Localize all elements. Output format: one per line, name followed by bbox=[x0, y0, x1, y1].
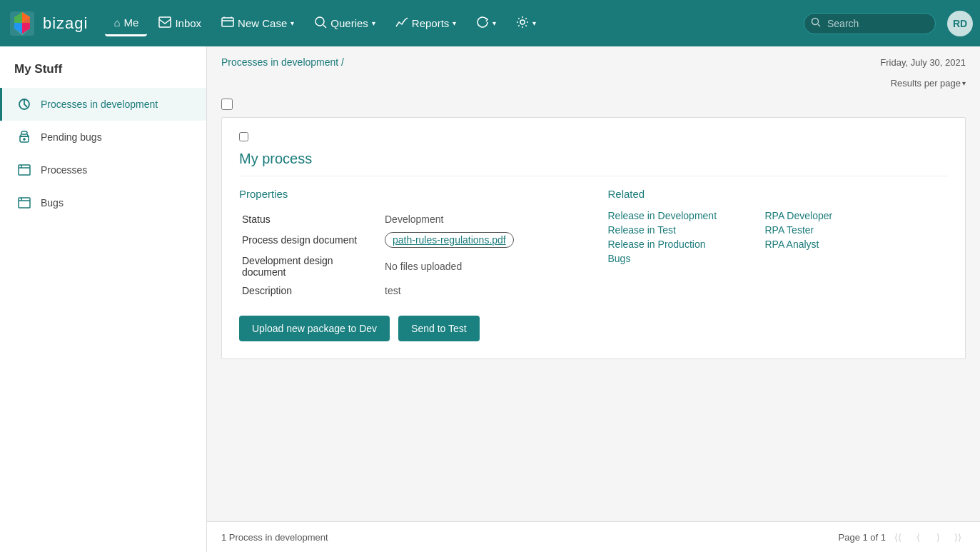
sidebar-item-pending-bugs[interactable]: Pending bugs bbox=[0, 121, 206, 154]
nav-new-case[interactable]: New Case ▾ bbox=[213, 11, 303, 36]
home-icon: ⌂ bbox=[113, 16, 120, 29]
bugs-icon bbox=[16, 195, 32, 211]
brand-name: bizagi bbox=[43, 14, 88, 33]
release-in-development-link[interactable]: Release in Development bbox=[608, 210, 722, 221]
prev-page-button[interactable]: ⟨ bbox=[910, 529, 926, 545]
upload-package-button[interactable]: Upload new package to Dev bbox=[239, 316, 390, 341]
card-checkbox-row bbox=[239, 132, 948, 144]
nav-inbox-label: Inbox bbox=[175, 17, 201, 29]
related-row-2: Release in Production RPA Analyst bbox=[608, 239, 949, 250]
release-in-production-link[interactable]: Release in Production bbox=[608, 239, 722, 250]
content-area: Processes in development / Friday, July … bbox=[207, 46, 980, 521]
prop-row-dev-design: Development design document No files upl… bbox=[239, 251, 580, 281]
prop-value-process-design: path-rules-regulations.pdf bbox=[382, 229, 580, 251]
refresh-caret-icon: ▾ bbox=[492, 19, 496, 27]
svg-rect-28 bbox=[19, 198, 30, 208]
rpa-tester-link[interactable]: RPA Tester bbox=[765, 224, 879, 236]
settings-caret-icon: ▾ bbox=[532, 19, 536, 27]
release-in-test-link[interactable]: Release in Test bbox=[608, 224, 722, 236]
nav-reports[interactable]: Reports ▾ bbox=[387, 11, 465, 36]
pending-bugs-icon bbox=[16, 129, 32, 145]
send-to-test-button[interactable]: Send to Test bbox=[398, 316, 480, 341]
prop-row-status: Status Development bbox=[239, 210, 580, 229]
prop-key-dev-design: Development design document bbox=[239, 251, 382, 281]
process-count: 1 Process in development bbox=[221, 532, 328, 543]
reports-icon bbox=[395, 16, 408, 30]
nav-search-area: RD bbox=[804, 11, 973, 36]
prop-value-dev-design: No files uploaded bbox=[382, 251, 580, 281]
svg-rect-21 bbox=[21, 131, 27, 134]
file-link[interactable]: path-rules-regulations.pdf bbox=[385, 232, 514, 248]
process-title: My process bbox=[239, 151, 948, 176]
svg-line-16 bbox=[323, 25, 326, 28]
properties-section: Properties Status Development Process de… bbox=[239, 188, 580, 341]
breadcrumb[interactable]: Processes in development / bbox=[221, 56, 344, 68]
sidebar-item-bugs[interactable]: Bugs bbox=[0, 186, 206, 219]
first-page-button[interactable]: ⟨⟨ bbox=[890, 529, 906, 545]
sidebar-item-label: Bugs bbox=[41, 197, 64, 209]
prop-row-process-design: Process design document path-rules-regul… bbox=[239, 229, 580, 251]
settings-icon bbox=[516, 16, 529, 31]
breadcrumb-row: Processes in development / Friday, July … bbox=[221, 56, 966, 68]
nav-me[interactable]: ⌂ Me bbox=[105, 11, 147, 36]
sidebar-item-processes-in-development[interactable]: Processes in development bbox=[0, 88, 206, 121]
prop-value-status: Development bbox=[382, 210, 580, 229]
date-display: Friday, July 30, 2021 bbox=[880, 57, 966, 68]
processes-icon bbox=[16, 162, 32, 178]
search-input[interactable] bbox=[804, 13, 936, 34]
card-actions: Upload new package to Dev Send to Test bbox=[239, 316, 580, 341]
card-body: Properties Status Development Process de… bbox=[239, 188, 948, 341]
nav-me-label: Me bbox=[124, 16, 139, 29]
refresh-icon bbox=[476, 16, 489, 31]
prop-value-description: test bbox=[382, 281, 580, 300]
nav-refresh[interactable]: ▾ bbox=[468, 10, 505, 36]
sidebar-item-label: Pending bugs bbox=[41, 131, 102, 143]
sidebar-item-processes[interactable]: Processes bbox=[0, 154, 206, 186]
pagination-text: Page 1 of 1 bbox=[839, 532, 886, 543]
new-case-caret-icon: ▾ bbox=[291, 19, 294, 27]
nav-inbox[interactable]: Inbox bbox=[150, 11, 210, 36]
sidebar-item-label: Processes bbox=[41, 164, 87, 176]
logo-area[interactable]: bizagi bbox=[7, 9, 88, 39]
nav-queries-label: Queries bbox=[330, 17, 368, 29]
main-layout: My Stuff Processes in development Pendin… bbox=[0, 46, 980, 552]
svg-rect-11 bbox=[222, 18, 233, 26]
queries-icon bbox=[314, 16, 327, 31]
bizagi-logo-icon bbox=[7, 9, 37, 39]
svg-rect-25 bbox=[19, 165, 30, 175]
results-per-page-control[interactable]: Results per page ▾ bbox=[891, 78, 966, 89]
related-heading: Related bbox=[608, 188, 949, 200]
sidebar-item-label: Processes in development bbox=[41, 99, 158, 110]
card-checkbox[interactable] bbox=[239, 132, 248, 141]
prop-row-description: Description test bbox=[239, 281, 580, 300]
svg-rect-10 bbox=[159, 17, 171, 27]
process-card: My process Properties Status Development bbox=[221, 117, 966, 359]
svg-point-17 bbox=[520, 20, 525, 24]
avatar[interactable]: RD bbox=[947, 11, 973, 36]
nav-reports-label: Reports bbox=[412, 17, 450, 29]
top-navigation: bizagi ⌂ Me Inbox New Case ▾ Queries ▾ R… bbox=[0, 0, 980, 46]
nav-settings[interactable]: ▾ bbox=[507, 10, 545, 36]
results-per-page-row: Results per page ▾ bbox=[221, 78, 966, 89]
nav-queries[interactable]: Queries ▾ bbox=[305, 10, 384, 36]
sidebar: My Stuff Processes in development Pendin… bbox=[0, 46, 207, 552]
processes-in-development-icon bbox=[16, 96, 32, 112]
last-page-button[interactable]: ⟩⟩ bbox=[950, 529, 966, 545]
select-all-checkbox[interactable] bbox=[221, 99, 233, 110]
queries-caret-icon: ▾ bbox=[372, 19, 375, 27]
bugs-link[interactable]: Bugs bbox=[608, 253, 722, 264]
prop-key-description: Description bbox=[239, 281, 382, 300]
related-links: Release in Development RPA Developer Rel… bbox=[608, 210, 949, 267]
properties-table: Status Development Process design docume… bbox=[239, 210, 580, 300]
nav-new-case-label: New Case bbox=[238, 17, 287, 29]
sidebar-title: My Stuff bbox=[0, 54, 206, 88]
rpa-developer-link[interactable]: RPA Developer bbox=[765, 210, 879, 221]
next-page-button[interactable]: ⟩ bbox=[930, 529, 946, 545]
results-per-page-caret-icon: ▾ bbox=[962, 79, 966, 87]
select-all-row bbox=[221, 94, 966, 114]
svg-point-15 bbox=[315, 17, 324, 26]
rpa-analyst-link[interactable]: RPA Analyst bbox=[765, 239, 879, 250]
related-section: Related Release in Development RPA Devel… bbox=[608, 188, 949, 341]
results-per-page-label: Results per page bbox=[891, 78, 961, 89]
new-case-icon bbox=[221, 16, 234, 30]
